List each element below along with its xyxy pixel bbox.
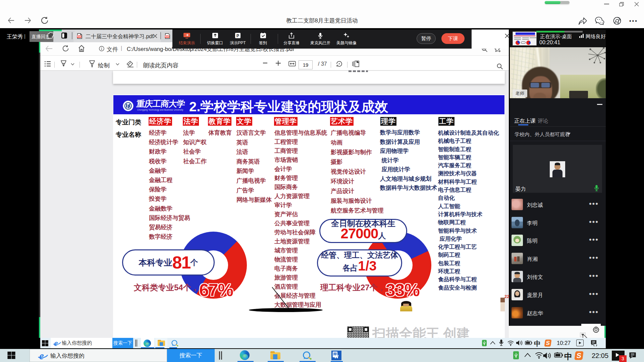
svg-text:P: P: [236, 34, 239, 38]
svg-text:PDF: PDF: [165, 35, 169, 38]
svg-text:PDF: PDF: [77, 35, 82, 38]
svg-text:e: e: [39, 350, 44, 361]
svg-text:e: e: [54, 338, 58, 348]
